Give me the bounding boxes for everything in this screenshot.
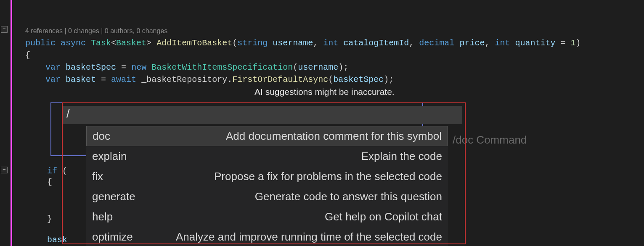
method-name: AddItemToBasket <box>156 38 232 48</box>
keyword: var <box>45 75 61 84</box>
punct: ( <box>232 38 237 48</box>
keyword: int <box>495 38 510 48</box>
suggestion-item-optimize[interactable]: optimize Analyze and improve running tim… <box>86 227 448 246</box>
punct: ) <box>576 38 581 48</box>
codelens-info[interactable]: 4 references | 0 changes | 0 authors, 0 … <box>25 27 167 34</box>
suggestion-command: generate <box>92 190 135 203</box>
inline-chat-input[interactable] <box>62 106 462 124</box>
number: 1 <box>571 38 576 48</box>
punct: < <box>111 38 116 48</box>
punct: = <box>121 63 126 72</box>
brace: { <box>25 50 30 60</box>
identifier: _basketRepository <box>141 75 227 84</box>
suggestion-description: Add documentation comment for this symbo… <box>110 130 442 143</box>
keyword: decimal <box>419 38 454 48</box>
suggestion-item-fix[interactable]: fix Propose a fix for problems in the se… <box>86 166 448 186</box>
keyword: var <box>45 63 61 72</box>
suggestion-command: help <box>92 210 113 223</box>
suggestion-command: optimize <box>92 230 133 243</box>
suggestion-description: Get help on Copilot chat <box>113 210 442 223</box>
ai-disclaimer: AI suggestions might be inaccurate. <box>254 87 395 97</box>
punct: ( <box>328 75 333 84</box>
punct: = <box>101 75 106 84</box>
code-text[interactable]: 4 references | 0 changes | 0 authors, 0 … <box>25 13 581 98</box>
code-text[interactable]: { <box>47 177 52 187</box>
punct: = <box>561 38 566 48</box>
punct: , <box>485 38 490 48</box>
punct: ( <box>62 166 67 176</box>
punct: ); <box>338 63 348 72</box>
punct: ( <box>293 63 298 72</box>
inline-chat-input-text: / <box>66 107 70 120</box>
command-hint: /doc Command <box>453 133 527 147</box>
keyword: string <box>237 38 268 48</box>
suggestion-command: fix <box>92 170 103 183</box>
identifier: basketSpec <box>66 63 116 72</box>
change-indicator-bar <box>11 0 12 246</box>
identifier: bask <box>47 235 67 245</box>
indent-guide <box>25 63 45 72</box>
punct: , <box>313 38 318 48</box>
suggestion-description: Analyze and improve running time of the … <box>133 230 442 243</box>
suggestion-description: Generate code to answer this question <box>135 190 442 203</box>
punct: , <box>409 38 414 48</box>
method-name: FirstOrDefaultAsync <box>232 75 328 84</box>
punct: . <box>227 75 232 84</box>
code-text[interactable]: if ( <box>47 165 67 177</box>
param: quantity <box>515 38 555 48</box>
suggestion-item-generate[interactable]: generate Generate code to answer this qu… <box>86 186 448 207</box>
type: Task <box>91 38 111 48</box>
keyword: public <box>25 38 56 48</box>
suggestion-command: doc <box>93 130 110 143</box>
punct: ); <box>384 75 394 84</box>
punct: > <box>146 38 151 48</box>
fold-toggle-icon[interactable]: − <box>1 26 8 33</box>
keyword: int <box>323 38 338 48</box>
identifier: username <box>298 63 338 72</box>
suggestion-description: Propose a fix for problems in the select… <box>103 170 442 183</box>
fold-toggle-icon[interactable]: − <box>1 167 8 173</box>
keyword: new <box>131 63 146 72</box>
brace: { <box>47 177 52 187</box>
param: username <box>273 38 313 48</box>
suggestion-item-explain[interactable]: explain Explain the code <box>86 146 448 166</box>
keyword: if <box>47 166 57 176</box>
identifier: basketSpec <box>333 75 384 84</box>
suggestion-description: Explain the code <box>127 150 442 163</box>
param: catalogItemId <box>343 38 409 48</box>
param: price <box>459 38 485 48</box>
code-text[interactable]: } <box>47 214 52 224</box>
type: BasketWithItemsSpecification <box>151 63 293 72</box>
keyword: async <box>61 38 86 48</box>
command-suggestions-list: doc Add documentation comment for this s… <box>86 126 448 246</box>
identifier: basket <box>66 75 96 84</box>
code-editor[interactable]: − − 4 references | 0 changes | 0 authors… <box>0 0 644 246</box>
suggestion-item-doc[interactable]: doc Add documentation comment for this s… <box>86 126 448 146</box>
suggestion-command: explain <box>92 150 127 163</box>
keyword: await <box>111 75 136 84</box>
code-text[interactable]: bask <box>47 235 67 245</box>
indent-guide <box>25 75 45 84</box>
type: Basket <box>116 38 146 48</box>
brace: } <box>47 214 52 224</box>
suggestion-item-help[interactable]: help Get help on Copilot chat <box>86 207 448 227</box>
